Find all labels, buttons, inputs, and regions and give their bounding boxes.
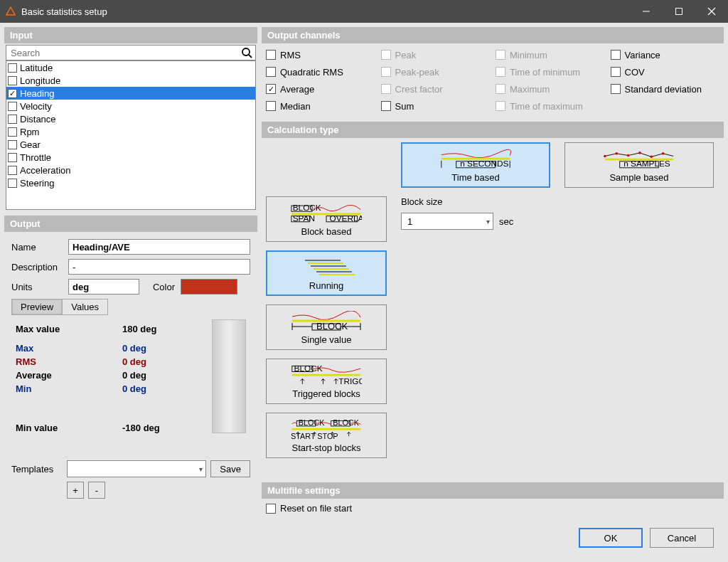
output-channel-item[interactable]: COV: [611, 65, 720, 79]
output-channel-item: Time of maximum: [496, 99, 605, 113]
channel-item[interactable]: Rpm: [6, 125, 255, 138]
output-channel-checkbox[interactable]: [266, 50, 276, 60]
calc-block-based[interactable]: BLOCKSPANOVERLAP Block based: [266, 196, 387, 242]
channel-item[interactable]: Gear: [6, 138, 255, 151]
cancel-button[interactable]: Cancel: [650, 528, 714, 548]
channel-checkbox[interactable]: [8, 179, 17, 188]
block-size-label: Block size: [401, 196, 719, 207]
output-channel-checkbox[interactable]: [266, 67, 276, 77]
channel-checkbox[interactable]: [8, 76, 17, 85]
reset-checkbox[interactable]: [266, 504, 276, 514]
channel-item[interactable]: Heading: [6, 87, 255, 100]
output-channel-item: Time of minimum: [496, 65, 605, 79]
output-channel-label: Variance: [625, 50, 660, 60]
channel-checkbox[interactable]: [8, 153, 17, 162]
output-channel-checkbox[interactable]: [611, 67, 621, 77]
window: Basic statistics setup Input: [0, 0, 728, 562]
templates-dropdown[interactable]: ▾: [67, 460, 206, 477]
min-value-label: Min value: [16, 423, 122, 433]
output-channel-checkbox[interactable]: [381, 101, 391, 111]
save-button[interactable]: Save: [210, 460, 250, 477]
svg-point-43: [627, 154, 630, 157]
channel-item[interactable]: Distance: [6, 112, 255, 125]
output-channel-item[interactable]: Standard deviation: [611, 82, 720, 96]
search-input-wrap[interactable]: [6, 45, 256, 60]
desc-input[interactable]: [68, 259, 250, 275]
channel-checkbox[interactable]: [8, 63, 17, 73]
output-channel-item[interactable]: Average: [266, 82, 375, 96]
channel-item[interactable]: Acceleration: [6, 164, 255, 176]
multifile-header: Multifile settings: [262, 482, 724, 499]
calc-single-value[interactable]: BLOCK Single value: [266, 304, 387, 350]
channel-checkbox[interactable]: [8, 127, 17, 137]
min-val: 0 deg: [122, 383, 179, 394]
output-channel-item: Maximum: [496, 82, 605, 96]
search-input[interactable]: [6, 46, 241, 60]
svg-text:BLOCK: BLOCK: [294, 364, 323, 373]
svg-text:n SECONDS: n SECONDS: [460, 159, 508, 169]
output-channel-checkbox[interactable]: [266, 101, 276, 111]
channel-checkbox[interactable]: [8, 115, 17, 124]
output-channel-checkbox: [381, 84, 391, 94]
channel-item[interactable]: Velocity: [6, 100, 255, 112]
channel-checkbox[interactable]: [8, 102, 17, 111]
name-input[interactable]: [68, 239, 250, 255]
svg-point-42: [615, 152, 618, 155]
output-channel-label: Average: [280, 84, 314, 95]
calc-sample-based[interactable]: n SAMPLES Sample based: [564, 142, 714, 188]
minimize-button[interactable]: [630, 0, 663, 23]
channel-checkbox[interactable]: [8, 140, 17, 149]
block-size-input[interactable]: 1 ▾: [401, 213, 493, 230]
close-button[interactable]: [695, 0, 728, 23]
channel-item[interactable]: Longitude: [6, 74, 255, 87]
output-channel-item[interactable]: Median: [266, 99, 375, 113]
tab-preview[interactable]: Preview: [12, 299, 63, 314]
channel-name: Velocity: [20, 101, 52, 112]
channel-list[interactable]: LatitudeLongitudeHeadingVelocityDistance…: [6, 60, 256, 210]
channel-checkbox[interactable]: [8, 89, 17, 98]
svg-point-4: [242, 48, 250, 55]
channel-item[interactable]: Steering: [6, 176, 255, 189]
channel-name: Gear: [20, 139, 41, 150]
chevron-down-icon: ▾: [199, 465, 203, 473]
svg-point-46: [662, 152, 665, 155]
channel-name: Throttle: [20, 152, 51, 163]
output-channel-item[interactable]: Sum: [381, 99, 491, 113]
output-channel-label: COV: [625, 67, 645, 78]
channel-item[interactable]: Throttle: [6, 151, 255, 164]
output-channel-label: Minimum: [510, 50, 547, 60]
calc-start-stop[interactable]: BLOCKBLOCKSTART STOP Start-stop blocks: [266, 413, 387, 458]
calc-triggered[interactable]: BLOCKTRIGGERS Triggered blocks: [266, 359, 387, 404]
svg-point-41: [604, 154, 606, 157]
output-channel-item[interactable]: Variance: [611, 48, 720, 62]
channel-checkbox[interactable]: [8, 166, 17, 175]
avg-label: Average: [16, 370, 122, 381]
output-header: Output: [4, 216, 257, 232]
output-channel-label: RMS: [280, 50, 301, 60]
calc-running[interactable]: Running: [266, 250, 387, 296]
ok-button[interactable]: OK: [579, 528, 643, 548]
tab-values[interactable]: Values: [63, 299, 107, 314]
output-channel-item: Crest factor: [381, 82, 491, 96]
remove-template-button[interactable]: -: [88, 482, 105, 499]
add-template-button[interactable]: +: [67, 482, 84, 499]
channel-name: Acceleration: [20, 165, 71, 176]
output-channel-checkbox[interactable]: [611, 50, 621, 60]
maximize-button[interactable]: [663, 0, 695, 23]
output-channel-item: Peak-peak: [381, 65, 491, 79]
calc-header: Calculation type: [262, 122, 724, 138]
output-channel-item[interactable]: RMS: [266, 48, 375, 62]
calc-time-based[interactable]: n SECONDS Time based: [401, 142, 550, 188]
units-input[interactable]: [68, 279, 139, 295]
output-channel-checkbox: [496, 101, 505, 111]
rms-val: 0 deg: [122, 356, 179, 367]
output-channel-item: Peak: [381, 48, 491, 62]
output-channel-checkbox[interactable]: [611, 84, 621, 94]
color-swatch[interactable]: [181, 279, 237, 295]
channel-item[interactable]: Latitude: [6, 61, 255, 74]
desc-label: Description: [11, 262, 68, 272]
output-channel-label: Time of maximum: [510, 101, 583, 112]
output-channel-item[interactable]: Quadratic RMS: [266, 65, 375, 79]
chevron-down-icon: ▾: [486, 218, 490, 226]
output-channel-checkbox[interactable]: [266, 84, 276, 94]
